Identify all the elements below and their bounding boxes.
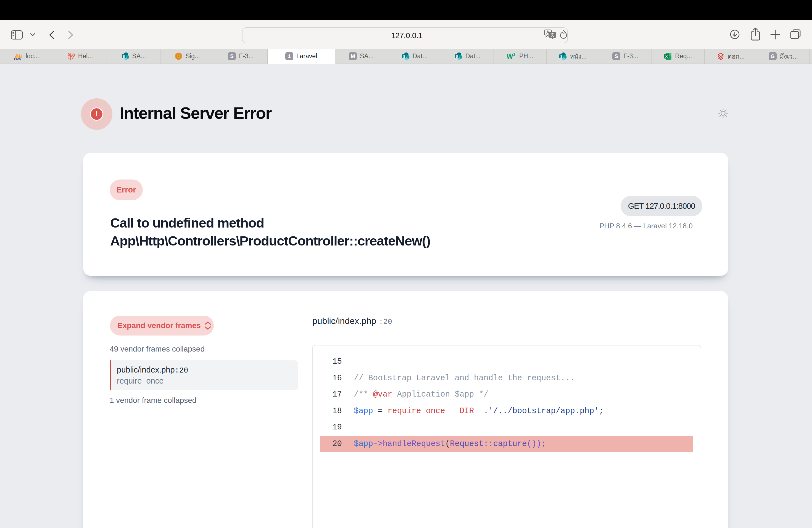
svg-text:S: S: [122, 55, 125, 59]
svg-text:PMA: PMA: [14, 57, 21, 60]
svg-text:S: S: [403, 55, 405, 59]
svg-text:3: 3: [513, 53, 515, 57]
svg-text:X: X: [665, 54, 668, 59]
svg-text:S: S: [560, 55, 562, 59]
svg-text:S: S: [456, 55, 458, 59]
svg-text:W: W: [507, 53, 513, 60]
